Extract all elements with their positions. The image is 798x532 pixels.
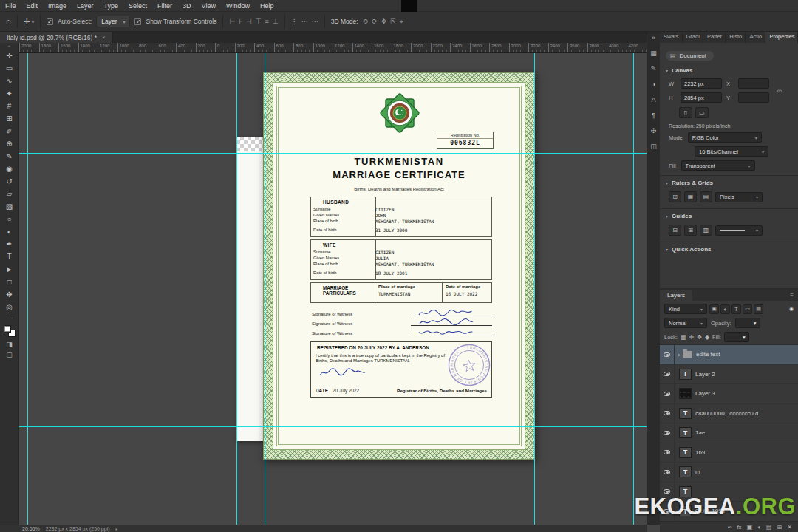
units-select[interactable]: Pixels▾: [715, 192, 763, 202]
y-input[interactable]: [738, 92, 769, 103]
horizontal-ruler[interactable]: 2000180016001400120010008006004002000200…: [19, 43, 647, 53]
layer-filter-select[interactable]: Kind▾: [664, 304, 707, 314]
collapse-panels-icon[interactable]: «: [652, 34, 655, 41]
paragraph-panel-icon[interactable]: ¶: [652, 112, 655, 119]
layers-tab[interactable]: Layers: [660, 290, 692, 301]
frame-tool[interactable]: ⊞: [1, 112, 18, 125]
layer-group-icon[interactable]: ▤: [766, 524, 772, 531]
menu-item-3d[interactable]: 3D: [177, 0, 197, 12]
filter-shape-layers-icon[interactable]: ▭: [743, 304, 752, 314]
toggle-rulers-icon[interactable]: ⊞: [669, 191, 681, 202]
toggle-grid-icon[interactable]: ▦: [684, 191, 697, 202]
menu-item-help[interactable]: Help: [255, 0, 279, 12]
layer-row[interactable]: TLayer 2: [660, 365, 798, 385]
eyedropper-tool[interactable]: ✐: [1, 125, 18, 137]
align-center-horizontal-icon[interactable]: ⊦: [239, 18, 242, 25]
healing-brush-tool[interactable]: ⊕: [1, 137, 18, 150]
layer-row[interactable]: Tm: [660, 463, 798, 482]
color-swatches[interactable]: [4, 325, 16, 337]
toggle-snap-icon[interactable]: ▤: [700, 191, 712, 202]
layers-panel-menu-icon[interactable]: ≡: [790, 292, 794, 299]
shape-tool[interactable]: □: [1, 276, 18, 288]
new-layer-icon[interactable]: ⊞: [777, 524, 782, 531]
visibility-toggle-icon[interactable]: [660, 443, 675, 463]
layer-row[interactable]: Tc8a000000...ccccccc0 d: [660, 404, 798, 424]
panel-tab-gradi[interactable]: Gradi: [683, 32, 704, 43]
lock-transparency-icon[interactable]: ▦: [681, 334, 686, 341]
distribute-horizontal-icon[interactable]: ⋯: [301, 18, 308, 25]
menu-item-file[interactable]: File: [0, 0, 21, 12]
visibility-toggle-icon[interactable]: [660, 423, 675, 443]
align-left-icon[interactable]: ⊢: [229, 18, 235, 25]
move-tool-options-icon[interactable]: ✛: [24, 17, 30, 27]
eraser-tool[interactable]: ▱: [1, 188, 18, 200]
guide-vertical[interactable]: [236, 53, 237, 525]
3d-slide-icon[interactable]: ⇱: [390, 18, 396, 26]
panel-tab-properties[interactable]: Properties: [765, 32, 798, 43]
document-type-pill[interactable]: ▤ Document: [666, 51, 714, 61]
dodge-tool[interactable]: ◐: [1, 225, 18, 238]
more-options-icon[interactable]: ⋯: [312, 18, 318, 25]
guide-vertical[interactable]: [265, 53, 265, 525]
visibility-toggle-icon[interactable]: [660, 463, 675, 482]
align-bottom-icon[interactable]: ⊥: [273, 18, 279, 25]
clear-guides-icon[interactable]: ▥: [700, 225, 712, 236]
guide-style-select[interactable]: ▾: [715, 225, 763, 236]
filter-type-layers-icon[interactable]: T: [732, 304, 741, 314]
align-top-icon[interactable]: ⊤: [256, 18, 262, 25]
visibility-toggle-icon[interactable]: [660, 384, 675, 403]
history-brush-tool[interactable]: ↺: [1, 175, 18, 188]
visibility-toggle-icon[interactable]: [660, 345, 675, 364]
character-panel-icon[interactable]: A: [651, 96, 655, 103]
color-panel-icon[interactable]: ▦: [650, 50, 657, 57]
adjustment-layer-icon[interactable]: ◐: [757, 524, 761, 531]
layer-row[interactable]: T169: [660, 443, 798, 463]
rulers-grids-section-header[interactable]: ▾Rulers & Grids: [660, 176, 798, 188]
filter-toggle-icon[interactable]: ◉: [789, 306, 794, 312]
3d-scale-icon[interactable]: ⌖: [400, 18, 403, 26]
layer-row[interactable]: T1ae: [660, 423, 798, 443]
guide-horizontal[interactable]: [19, 153, 647, 154]
landscape-orientation-button[interactable]: ▭: [695, 107, 709, 118]
menu-item-view[interactable]: View: [197, 0, 221, 12]
show-transform-checkbox[interactable]: ✓: [134, 18, 141, 25]
visibility-toggle-icon[interactable]: [660, 404, 675, 423]
layer-effects-icon[interactable]: fx: [737, 524, 741, 531]
width-input[interactable]: 2232 px: [681, 78, 722, 89]
new-guide-layout-icon[interactable]: ⊟: [669, 225, 681, 236]
guide-horizontal[interactable]: [19, 426, 647, 427]
screen-mode-icon[interactable]: ▢: [6, 351, 13, 358]
crop-tool[interactable]: #: [1, 100, 18, 112]
filter-pixel-layers-icon[interactable]: ▣: [709, 304, 719, 314]
home-icon[interactable]: ⌂: [6, 17, 11, 26]
canvas-area[interactable]: Registration No. 006832L TURKMENISTAN MA…: [19, 53, 647, 525]
blend-mode-select[interactable]: Normal▾: [664, 318, 707, 328]
glyphs-panel-icon[interactable]: ✣: [651, 127, 657, 134]
magic-wand-tool[interactable]: ✦: [1, 87, 18, 100]
marquee-tool[interactable]: ▭: [1, 62, 18, 75]
delete-layer-icon[interactable]: ✕: [787, 524, 792, 531]
menu-item-layer[interactable]: Layer: [72, 0, 99, 12]
quick-actions-section-header[interactable]: ▾Quick Actions: [660, 242, 798, 255]
pen-tool[interactable]: ✒: [1, 238, 18, 250]
menu-item-window[interactable]: Window: [221, 0, 255, 12]
layer-row[interactable]: ▸edite text: [660, 345, 798, 365]
zoom-tool[interactable]: ◎: [1, 301, 18, 313]
auto-select-target-select[interactable]: Layer▾: [96, 16, 130, 27]
align-right-icon[interactable]: ⊣: [246, 18, 252, 25]
menu-item-edit[interactable]: Edit: [21, 0, 44, 12]
guides-section-header[interactable]: ▾Guides: [660, 209, 798, 222]
layer-row[interactable]: Layer 3: [660, 384, 798, 404]
edit-toolbar-icon[interactable]: ⋯: [7, 315, 13, 321]
toolbar-collapse-icon[interactable]: »: [8, 43, 10, 50]
path-selection-tool[interactable]: ►: [1, 263, 18, 276]
filter-adjustment-layers-icon[interactable]: ◐: [720, 304, 730, 314]
auto-select-checkbox[interactable]: ✓: [47, 18, 53, 25]
menu-item-select[interactable]: Select: [123, 0, 152, 12]
zoom-level[interactable]: 20.66%: [22, 526, 40, 531]
lock-position-icon[interactable]: ✥: [697, 334, 702, 341]
gradient-tool[interactable]: ▨: [1, 200, 18, 213]
lock-pixels-icon[interactable]: ✛: [689, 334, 695, 341]
link-dimensions-icon[interactable]: ∞: [774, 87, 785, 95]
visibility-toggle-icon[interactable]: [660, 365, 675, 384]
